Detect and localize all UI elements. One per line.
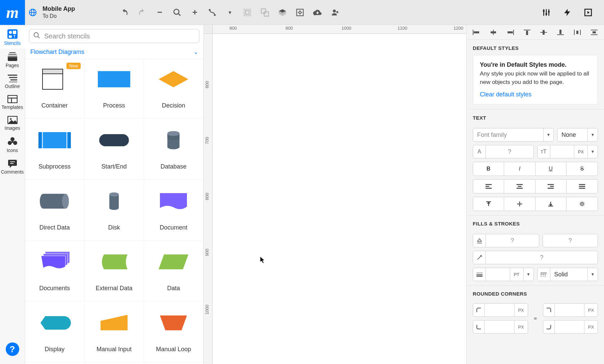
- preferences-button[interactable]: [541, 7, 552, 18]
- stencil-decision[interactable]: Decision: [144, 59, 203, 119]
- preview-button[interactable]: [582, 7, 594, 18]
- stencil-external-data[interactable]: External Data: [84, 242, 144, 301]
- zoom-out-button[interactable]: −: [154, 7, 165, 18]
- connector-tool-button[interactable]: [207, 7, 218, 18]
- canvas[interactable]: [213, 34, 466, 364]
- svg-rect-46: [98, 71, 130, 87]
- font-color-input[interactable]: A ?: [473, 145, 534, 158]
- stroke-width-input[interactable]: PT ▼: [473, 268, 534, 281]
- default-styles-info: You're in Default Styles mode. Any style…: [473, 55, 598, 104]
- stencil-documents[interactable]: Documents: [25, 242, 84, 301]
- stencil-subprocess[interactable]: Subprocess: [25, 120, 84, 180]
- font-size-input[interactable]: тT PX ▼: [537, 145, 598, 158]
- align-center-h-button[interactable]: [488, 27, 498, 37]
- zoom-in-button[interactable]: +: [189, 7, 200, 18]
- page-settings-button[interactable]: [294, 7, 306, 18]
- nav-images[interactable]: Images: [0, 113, 25, 133]
- stencil-container[interactable]: New Container: [25, 59, 84, 119]
- stencil-database[interactable]: Database: [144, 120, 203, 180]
- text-more-button[interactable]: [567, 197, 598, 211]
- svg-point-16: [548, 11, 550, 12]
- italic-button[interactable]: I: [504, 162, 535, 176]
- align-bottom-button[interactable]: [555, 27, 566, 37]
- layers-button[interactable]: [277, 7, 288, 18]
- stroke-style-select[interactable]: Solid ▼: [537, 268, 598, 281]
- corner-tr-input[interactable]: PX: [543, 303, 598, 317]
- svg-point-98: [581, 203, 583, 205]
- text-align-left-button[interactable]: [473, 180, 504, 193]
- new-badge: New: [66, 63, 81, 69]
- text-align-right-button[interactable]: [536, 180, 567, 193]
- nav-templates[interactable]: Templates: [0, 92, 25, 113]
- project-info[interactable]: Mobile App To Do: [43, 5, 75, 20]
- strikethrough-button[interactable]: S: [567, 162, 598, 176]
- help-button[interactable]: ?: [6, 342, 19, 356]
- svg-rect-64: [491, 31, 496, 33]
- fill-second-input[interactable]: ?: [543, 234, 598, 247]
- nav-pages[interactable]: Pages: [0, 49, 25, 71]
- clear-default-styles-link[interactable]: Clear default styles: [480, 91, 591, 98]
- v-align-bottom-button[interactable]: [536, 197, 567, 211]
- v-align-middle-button[interactable]: [504, 197, 535, 211]
- svg-point-55: [62, 194, 69, 209]
- fill-color-input[interactable]: ?: [473, 234, 539, 247]
- stencil-data[interactable]: Data: [144, 242, 203, 301]
- align-right-button[interactable]: [505, 27, 515, 37]
- icons-icon: [0, 137, 25, 146]
- undo-button[interactable]: [119, 7, 130, 18]
- nav-icons[interactable]: Icons: [0, 133, 25, 156]
- stencil-document[interactable]: Document: [144, 181, 203, 241]
- corner-br-input[interactable]: PX: [543, 320, 598, 334]
- svg-rect-9: [261, 9, 266, 13]
- stroke-color-input[interactable]: ?: [473, 251, 598, 264]
- link-corners-toggle[interactable]: ⚭: [531, 315, 540, 322]
- share-scope-icon[interactable]: [25, 8, 40, 17]
- text-align-justify-button[interactable]: [567, 180, 598, 193]
- stencil-display[interactable]: Display: [25, 303, 84, 362]
- svg-rect-53: [99, 134, 129, 146]
- stencil-process[interactable]: Process: [84, 59, 144, 119]
- ungroup-button[interactable]: [259, 7, 271, 18]
- font-family-select[interactable]: Font family ▼: [473, 128, 554, 142]
- nav-stencils[interactable]: T Stencils: [0, 26, 25, 49]
- corner-tl-input[interactable]: PX: [473, 303, 528, 317]
- cursor-icon: [260, 256, 266, 265]
- svg-rect-50: [68, 132, 71, 148]
- connector-style-dropdown[interactable]: ▼: [224, 7, 236, 18]
- export-button[interactable]: [312, 7, 323, 18]
- stencil-direct-data[interactable]: Direct Data: [25, 181, 84, 241]
- text-align-center-button[interactable]: [504, 180, 535, 193]
- distribute-v-button[interactable]: [589, 27, 599, 37]
- stencil-start-end[interactable]: Start/End: [84, 120, 144, 180]
- stencil-manual-loop[interactable]: Manual Loop: [144, 303, 203, 362]
- stencil-manual-input[interactable]: Manual Input: [84, 303, 144, 362]
- collaborators-button[interactable]: [329, 7, 341, 18]
- actions-button[interactable]: [561, 7, 573, 18]
- chevron-down-icon: ⌄: [194, 49, 198, 55]
- corner-bl-icon: [473, 321, 485, 333]
- redo-button[interactable]: [136, 7, 148, 18]
- bold-button[interactable]: B: [473, 162, 504, 176]
- app-logo[interactable]: m: [0, 0, 25, 25]
- distribute-h-button[interactable]: [572, 27, 582, 37]
- group-button[interactable]: [242, 7, 253, 18]
- v-align-top-button[interactable]: [473, 197, 504, 211]
- templates-icon: [0, 95, 25, 103]
- caret-icon: ▼: [543, 128, 553, 141]
- section-text: TEXT: [467, 110, 604, 125]
- corner-bl-input[interactable]: PX: [473, 320, 528, 334]
- align-center-v-button[interactable]: [539, 27, 549, 37]
- align-left-button[interactable]: [471, 27, 482, 37]
- category-header[interactable]: Flowchart Diagrams ⌄: [25, 47, 203, 59]
- font-weight-select[interactable]: None ▼: [557, 128, 598, 142]
- canvas-area[interactable]: 800 900 1000 1100 1200 600 700 800 900 1…: [204, 25, 466, 364]
- svg-rect-49: [38, 132, 41, 148]
- align-top-button[interactable]: [522, 27, 532, 37]
- search-input[interactable]: [29, 29, 199, 43]
- stencil-disk[interactable]: Disk: [84, 181, 144, 241]
- underline-button[interactable]: U: [536, 162, 567, 176]
- nav-outline[interactable]: Outline: [0, 71, 25, 92]
- nav-comments[interactable]: Comments: [0, 156, 25, 177]
- zoom-tool-button[interactable]: [171, 7, 183, 18]
- section-default-styles: DEFAULT STYLES: [467, 40, 604, 55]
